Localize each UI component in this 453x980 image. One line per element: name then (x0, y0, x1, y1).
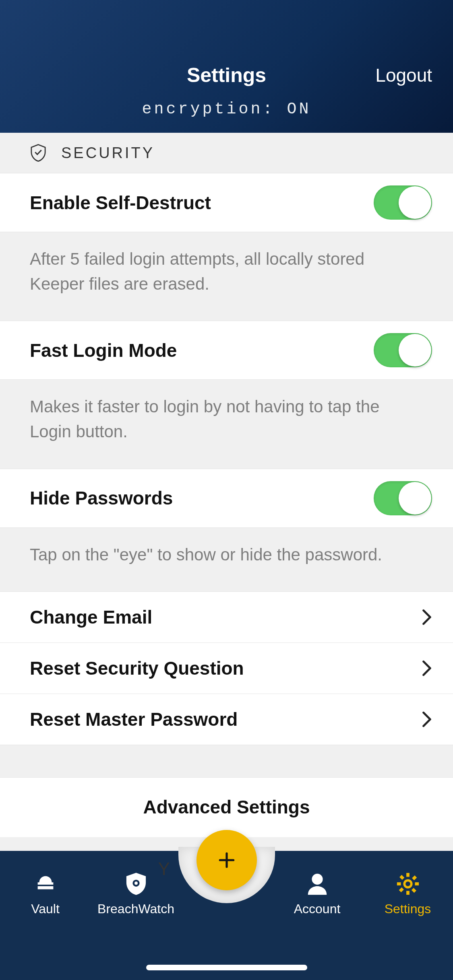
logout-button[interactable]: Logout (375, 64, 432, 86)
section-header-security: SECURITY (0, 133, 453, 173)
tab-breachwatch-label: BreachWatch (97, 902, 174, 916)
page-title: Settings (187, 64, 266, 87)
row-hide-passwords: Hide Passwords (0, 469, 453, 528)
hide-passwords-label: Hide Passwords (30, 487, 173, 509)
header-row: Settings Logout (0, 59, 453, 91)
tab-account-label: Account (294, 902, 341, 916)
settings-icon (395, 870, 420, 898)
tab-account[interactable]: Account (272, 870, 362, 916)
self-destruct-label: Enable Self-Destruct (30, 192, 211, 214)
self-destruct-description: After 5 failed login attempts, all local… (0, 232, 453, 321)
tab-settings-label: Settings (385, 902, 431, 916)
row-reset-master-password[interactable]: Reset Master Password (0, 694, 453, 745)
chevron-right-icon (422, 711, 432, 727)
fast-login-description: Makes it faster to login by not having t… (0, 380, 453, 468)
encryption-status: encryption: ON (0, 100, 453, 118)
tab-settings[interactable]: Settings (362, 870, 453, 916)
hide-passwords-description: Tap on the "eye" to show or hide the pas… (0, 528, 453, 591)
change-email-label: Change Email (30, 606, 152, 628)
row-reset-security-question[interactable]: Reset Security Question (0, 643, 453, 694)
tab-vault[interactable]: Vault (0, 870, 91, 916)
reset-master-password-label: Reset Master Password (30, 708, 238, 730)
row-change-email[interactable]: Change Email (0, 591, 453, 643)
tab-vault-label: Vault (31, 902, 60, 916)
self-destruct-toggle[interactable] (374, 185, 432, 220)
row-fast-login: Fast Login Mode (0, 321, 453, 380)
fast-login-label: Fast Login Mode (30, 340, 177, 361)
breachwatch-icon (124, 870, 149, 898)
home-indicator (146, 965, 307, 970)
section-title: SECURITY (61, 144, 155, 162)
fast-login-toggle[interactable] (374, 333, 432, 367)
vault-icon (33, 870, 58, 898)
spacer (0, 745, 453, 777)
chevron-right-icon (422, 609, 432, 625)
add-button[interactable] (197, 830, 257, 890)
reset-security-question-label: Reset Security Question (30, 657, 244, 679)
svg-point-2 (312, 874, 323, 885)
hide-passwords-toggle[interactable] (374, 481, 432, 515)
row-advanced-settings[interactable]: Advanced Settings (0, 777, 453, 837)
row-enable-self-destruct: Enable Self-Destruct (0, 173, 453, 232)
account-icon (305, 870, 330, 898)
tab-bar: Vault BreachWatch X Account Settings (0, 851, 453, 980)
svg-point-1 (134, 881, 138, 885)
header: Settings Logout encryption: ON (0, 0, 453, 133)
chevron-right-icon (422, 660, 432, 676)
shield-icon (30, 143, 47, 163)
